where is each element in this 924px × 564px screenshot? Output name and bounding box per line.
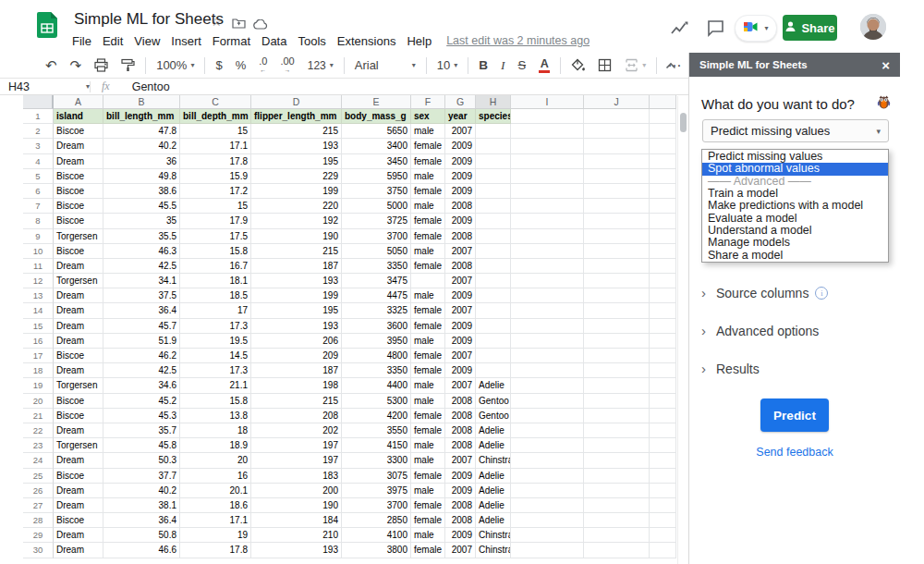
dropdown-option[interactable]: Understand a model [702,225,888,237]
cell[interactable]: 17.3 [180,363,251,378]
cell[interactable]: 34.1 [103,274,180,288]
cell[interactable]: 2009 [445,319,476,334]
cell[interactable]: female [411,498,445,513]
cell[interactable] [650,469,676,484]
cell[interactable]: 220 [251,199,342,214]
cell[interactable] [650,513,676,528]
format-currency-button[interactable]: $ [209,58,228,72]
cell[interactable]: 2009 [445,169,476,184]
column-header-G[interactable]: G [445,95,476,109]
cell[interactable] [650,394,676,409]
cell[interactable]: 20 [180,453,251,468]
section-advanced-options[interactable]: ›Advanced options [701,322,914,340]
cell[interactable]: 200 [251,484,342,498]
cell[interactable]: 2008 [445,438,476,453]
menu-format[interactable]: Format [207,34,256,48]
cell[interactable] [584,169,650,184]
cell[interactable]: 36 [103,154,180,169]
star-icon[interactable]: ☆ [211,14,223,29]
cell[interactable]: Dream [54,139,103,153]
cell[interactable]: 2008 [445,199,476,214]
cell[interactable] [650,229,676,244]
row-header-9[interactable]: 9 [23,229,54,244]
more-formats-button[interactable]: 123▾ [301,59,340,72]
format-percent-button[interactable]: % [229,58,253,72]
cell[interactable]: male [411,288,445,303]
row-header-14[interactable]: 14 [23,303,54,318]
cell[interactable]: 17.1 [180,513,251,528]
row-header-15[interactable]: 15 [23,319,54,334]
cell[interactable]: Biscoe [54,184,103,199]
cell[interactable]: 190 [251,498,342,513]
dropdown-option[interactable]: Predict missing values [702,151,888,163]
cell[interactable]: Biscoe [54,199,103,214]
cell[interactable]: Gentoo [476,394,511,409]
cell[interactable] [650,498,676,513]
borders-button[interactable] [591,58,618,72]
cell[interactable]: Dream [54,303,103,318]
cell[interactable] [650,438,676,453]
cell[interactable] [511,244,584,259]
cell[interactable]: 46.6 [103,543,180,558]
cell[interactable]: 3725 [342,214,411,228]
cell[interactable]: 208 [251,409,342,423]
close-icon[interactable]: × [881,58,890,72]
sheets-logo-icon[interactable] [37,12,57,42]
cell[interactable]: 2007 [445,543,476,558]
cell[interactable] [511,513,584,528]
cell[interactable]: 193 [251,319,342,334]
cell[interactable]: 18.5 [180,288,251,303]
cell[interactable]: Dream [54,363,103,378]
cell[interactable]: 3350 [342,363,411,378]
header-cell-body_mass_g[interactable]: body_mass_g [342,109,411,124]
cell[interactable]: 3700 [342,498,411,513]
cell[interactable]: 5300 [342,394,411,409]
menu-file[interactable]: File [67,34,97,48]
grid-vertical-scrollbar[interactable] [677,96,688,564]
cell[interactable]: 45.7 [103,319,180,334]
cell[interactable] [584,513,650,528]
cell[interactable] [650,334,676,349]
cell[interactable]: 5000 [342,199,411,214]
cell[interactable] [476,244,511,259]
cell[interactable]: 17.8 [180,543,251,558]
cell[interactable]: Adelie [476,378,511,393]
cell[interactable]: Dream [54,484,103,498]
cell[interactable] [511,378,584,393]
cell[interactable]: 46.2 [103,349,180,363]
header-cell-flipper_length_mm[interactable]: flipper_length_mm [251,109,342,124]
cell[interactable]: female [411,154,445,169]
cell[interactable] [584,543,650,558]
cell[interactable]: Biscoe [54,169,103,184]
cell[interactable] [476,154,511,169]
cell[interactable] [650,214,676,228]
cell[interactable]: 3075 [342,469,411,484]
cell[interactable] [650,274,676,288]
cell[interactable]: 35.7 [103,423,180,438]
merge-cells-button[interactable]: ▾ [618,58,652,72]
cell[interactable]: female [411,229,445,244]
cell[interactable] [584,469,650,484]
task-select[interactable]: Predict missing values ▾ [702,119,889,142]
scrollbar-thumb[interactable] [680,113,687,132]
cell[interactable] [511,139,584,153]
cell[interactable] [584,528,650,543]
cell[interactable]: Adelie [476,513,511,528]
row-header-27[interactable]: 27 [23,498,54,513]
cell[interactable]: 4400 [342,378,411,393]
cell[interactable] [476,139,511,153]
cell[interactable] [511,349,584,363]
cell[interactable]: 2008 [445,423,476,438]
cell[interactable]: Adelie [476,484,511,498]
cell[interactable]: Chinstrap [476,453,511,468]
cell[interactable] [584,109,650,124]
header-cell-bill_length_mm[interactable]: bill_length_mm [103,109,180,124]
cell[interactable]: 17 [180,303,251,318]
cell[interactable]: 15 [180,124,251,139]
cell[interactable]: 50.8 [103,528,180,543]
header-cell-year[interactable]: year [445,109,476,124]
cell[interactable]: 2008 [445,394,476,409]
cell[interactable]: 2007 [445,378,476,393]
paint-format-button[interactable] [115,58,141,72]
cell[interactable]: 17.8 [180,154,251,169]
